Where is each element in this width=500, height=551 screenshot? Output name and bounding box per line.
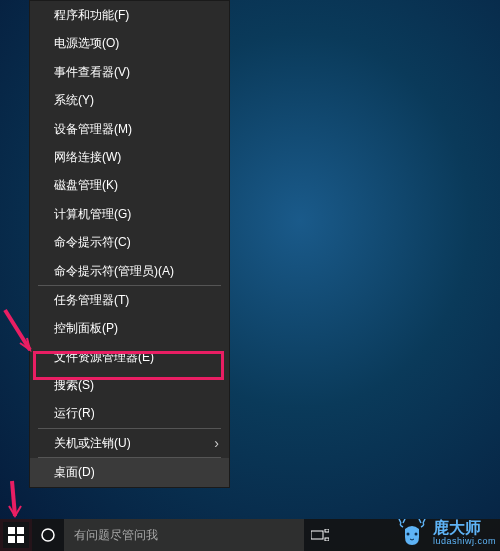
menu-item-event-viewer[interactable]: 事件查看器(V) — [30, 58, 229, 86]
search-placeholder: 有问题尽管问我 — [74, 527, 158, 544]
menu-item-label: 设备管理器(M) — [54, 122, 132, 136]
menu-item-label: 事件查看器(V) — [54, 65, 130, 79]
menu-item-label: 命令提示符(C) — [54, 235, 131, 249]
cortana-button[interactable] — [32, 519, 64, 551]
menu-item-label: 控制面板(P) — [54, 321, 118, 335]
svg-rect-6 — [325, 529, 329, 532]
svg-rect-7 — [325, 538, 329, 541]
menu-item-label: 系统(Y) — [54, 93, 94, 107]
menu-item-computer-management[interactable]: 计算机管理(G) — [30, 200, 229, 228]
start-button[interactable] — [0, 519, 32, 551]
svg-rect-2 — [8, 536, 15, 543]
svg-point-4 — [42, 529, 54, 541]
menu-item-label: 命令提示符(管理员)(A) — [54, 264, 174, 278]
menu-item-label: 计算机管理(G) — [54, 207, 131, 221]
task-view-icon — [311, 529, 329, 541]
menu-item-run[interactable]: 运行(R) — [30, 399, 229, 427]
taskbar-search-box[interactable]: 有问题尽管问我 — [64, 519, 304, 551]
menu-item-label: 运行(R) — [54, 406, 95, 420]
menu-item-label: 关机或注销(U) — [54, 436, 131, 450]
menu-item-search[interactable]: 搜索(S) — [30, 371, 229, 399]
menu-item-disk-management[interactable]: 磁盘管理(K) — [30, 171, 229, 199]
menu-item-network-connections[interactable]: 网络连接(W) — [30, 143, 229, 171]
menu-item-desktop[interactable]: 桌面(D) — [30, 458, 229, 486]
windows-logo-icon — [8, 527, 24, 543]
svg-rect-5 — [311, 531, 323, 539]
menu-item-label: 磁盘管理(K) — [54, 178, 118, 192]
winx-context-menu: 程序和功能(F) 电源选项(O) 事件查看器(V) 系统(Y) 设备管理器(M)… — [29, 0, 230, 488]
menu-item-label: 网络连接(W) — [54, 150, 121, 164]
task-view-button[interactable] — [304, 519, 336, 551]
svg-rect-3 — [17, 536, 24, 543]
svg-rect-1 — [17, 527, 24, 534]
menu-item-cmd-admin[interactable]: 命令提示符(管理员)(A) — [30, 257, 229, 285]
menu-item-power-options[interactable]: 电源选项(O) — [30, 29, 229, 57]
menu-item-programs-features[interactable]: 程序和功能(F) — [30, 1, 229, 29]
svg-rect-0 — [8, 527, 15, 534]
menu-item-task-manager[interactable]: 任务管理器(T) — [30, 286, 229, 314]
menu-item-label: 搜索(S) — [54, 378, 94, 392]
menu-item-file-explorer[interactable]: 文件资源管理器(E) — [30, 343, 229, 371]
menu-item-label: 电源选项(O) — [54, 36, 119, 50]
menu-item-label: 任务管理器(T) — [54, 293, 129, 307]
menu-item-device-manager[interactable]: 设备管理器(M) — [30, 115, 229, 143]
menu-item-control-panel[interactable]: 控制面板(P) — [30, 314, 229, 342]
cortana-icon — [40, 527, 56, 543]
menu-item-system[interactable]: 系统(Y) — [30, 86, 229, 114]
taskbar: 有问题尽管问我 — [0, 519, 500, 551]
menu-item-cmd[interactable]: 命令提示符(C) — [30, 228, 229, 256]
menu-item-label: 程序和功能(F) — [54, 8, 129, 22]
menu-item-label: 桌面(D) — [54, 465, 95, 479]
menu-item-label: 文件资源管理器(E) — [54, 350, 154, 364]
menu-item-shutdown-signout[interactable]: 关机或注销(U) — [30, 429, 229, 457]
